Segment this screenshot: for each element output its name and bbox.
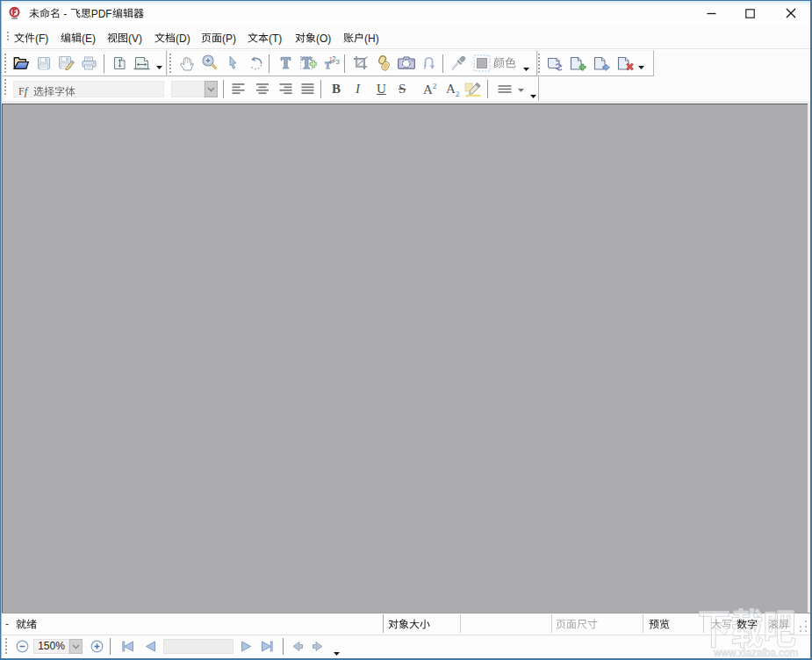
svg-text:3: 3 bbox=[335, 58, 340, 66]
